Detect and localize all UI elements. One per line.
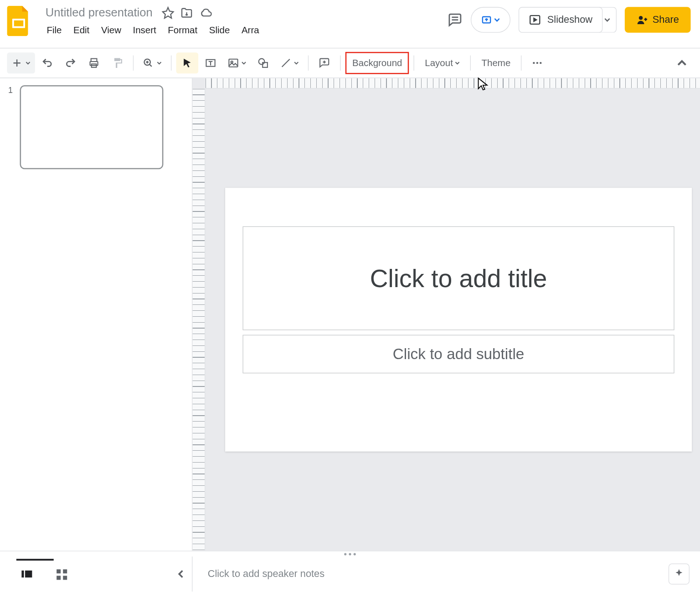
slideshow-button[interactable]: Slideshow [519, 7, 602, 32]
new-slide-button[interactable] [7, 52, 35, 73]
share-button[interactable]: Share [624, 7, 690, 32]
menu-file[interactable]: File [42, 23, 66, 38]
svg-rect-21 [25, 571, 32, 577]
svg-rect-15 [262, 62, 268, 67]
menu-arrange[interactable]: Arra [237, 23, 264, 38]
svg-rect-24 [57, 576, 61, 580]
svg-point-18 [536, 62, 538, 64]
doc-title[interactable]: Untitled presentation [42, 5, 156, 21]
svg-rect-12 [229, 59, 237, 67]
menu-insert[interactable]: Insert [128, 23, 161, 38]
subtitle-placeholder[interactable]: Click to add subtitle [242, 335, 674, 373]
menu-bar: File Edit View Insert Format Slide Arra [42, 23, 264, 38]
slideshow-label: Slideshow [547, 14, 592, 26]
comments-icon[interactable] [448, 12, 463, 27]
select-tool[interactable] [176, 52, 199, 73]
explore-button[interactable] [669, 563, 690, 584]
undo-button[interactable] [36, 52, 58, 73]
image-tool[interactable] [223, 52, 251, 73]
slide-canvas[interactable]: Click to add title Click to add subtitle [192, 78, 700, 551]
menu-slide[interactable]: Slide [205, 23, 235, 38]
app-header: Untitled presentation File Edit View Ins… [0, 0, 700, 48]
bottom-bar: Click to add speaker notes [0, 556, 700, 592]
menu-view[interactable]: View [97, 23, 126, 38]
textbox-tool[interactable] [200, 52, 222, 73]
svg-point-19 [540, 62, 542, 64]
svg-point-17 [533, 62, 535, 64]
main-area: 1 Click to add title Click to add subtit… [0, 78, 700, 551]
speaker-notes[interactable]: Click to add speaker notes [192, 568, 668, 580]
paint-format-button[interactable] [106, 52, 129, 73]
svg-point-6 [638, 16, 643, 20]
add-comment-button[interactable] [313, 52, 335, 73]
share-label: Share [653, 14, 679, 26]
svg-rect-25 [63, 576, 67, 580]
slideshow-dropdown[interactable] [599, 7, 616, 32]
grid-view-button[interactable] [55, 567, 69, 581]
svg-rect-22 [57, 569, 61, 573]
toolbar: Background Layout Theme [0, 48, 700, 78]
filmstrip-view-button[interactable] [20, 567, 34, 581]
collapse-filmstrip-button[interactable] [177, 570, 185, 578]
redo-button[interactable] [60, 52, 82, 73]
move-icon[interactable] [180, 6, 193, 19]
svg-rect-1 [14, 21, 23, 26]
svg-line-16 [282, 59, 290, 67]
zoom-button[interactable] [138, 52, 166, 73]
title-placeholder[interactable]: Click to add title [242, 227, 674, 330]
horizontal-ruler [206, 78, 700, 89]
slides-logo[interactable] [5, 4, 32, 39]
shape-tool[interactable] [252, 52, 274, 73]
vertical-ruler [192, 89, 205, 551]
notes-resize-handle[interactable] [0, 551, 700, 556]
svg-point-14 [259, 59, 265, 65]
background-button[interactable]: Background [345, 52, 409, 74]
layout-button[interactable]: Layout [419, 54, 466, 72]
more-tools-button[interactable] [526, 52, 549, 73]
hide-menus-button[interactable] [671, 52, 693, 73]
layout-label: Layout [425, 58, 453, 68]
star-icon[interactable] [162, 6, 175, 19]
cloud-status-icon[interactable] [199, 6, 213, 19]
svg-rect-23 [63, 569, 67, 573]
slide-number: 1 [8, 85, 16, 169]
slide[interactable]: Click to add title Click to add subtitle [225, 188, 692, 452]
svg-rect-20 [21, 571, 24, 577]
line-tool[interactable] [275, 52, 303, 73]
menu-format[interactable]: Format [163, 23, 202, 38]
slide-thumbnail-1[interactable] [20, 85, 164, 169]
present-button[interactable] [471, 7, 510, 32]
theme-button[interactable]: Theme [476, 54, 516, 72]
print-button[interactable] [83, 52, 105, 73]
filmstrip[interactable]: 1 [0, 78, 192, 551]
menu-edit[interactable]: Edit [69, 23, 94, 38]
